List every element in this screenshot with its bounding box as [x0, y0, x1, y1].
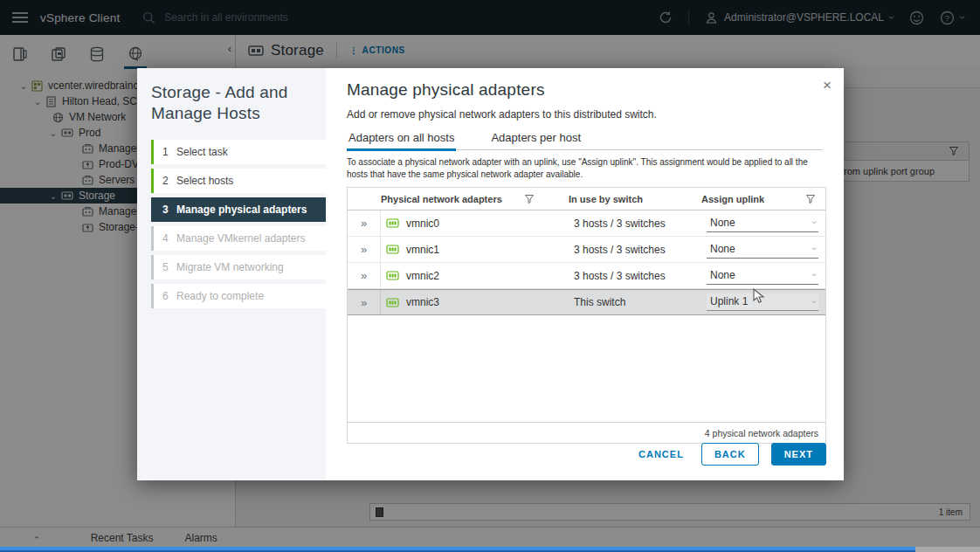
chevron-down-icon: ›	[811, 300, 820, 303]
wizard-step-manage-physical-adapters[interactable]: 3 Manage physical adapters	[151, 197, 326, 222]
column-in-use-by-switch: In use by switch	[569, 194, 643, 204]
in-use-value: 3 hosts / 3 switches	[569, 217, 701, 230]
wizard-step-manage-vmkernel-adapters: 4 Manage VMkernel adapters	[151, 226, 326, 251]
table-row-vmnic2[interactable]: » vmnic2 3 hosts / 3 switches None ›	[348, 263, 825, 289]
horizontal-scrollbar	[0, 547, 980, 552]
nic-icon	[386, 271, 399, 280]
uplink-value: None	[710, 243, 735, 255]
expand-row-icon[interactable]: »	[348, 237, 381, 262]
wizard-content: × Manage physical adapters Add or remove…	[326, 68, 844, 480]
step-label: Manage physical adapters	[176, 204, 307, 216]
in-use-value: 3 hosts / 3 switches	[569, 244, 701, 256]
scrollbar-thumb[interactable]	[0, 547, 915, 552]
in-use-value: This switch	[569, 296, 701, 308]
adapter-tabs: Adapters on all hosts Adapters per host	[347, 131, 823, 150]
wizard-step-ready-to-complete: 6 Ready to complete	[151, 284, 326, 308]
dialog-buttons: CANCEL BACK NEXT	[633, 443, 826, 466]
wizard-step-select-hosts[interactable]: 2 Select hosts	[151, 169, 326, 193]
table-row-vmnic0[interactable]: » vmnic0 3 hosts / 3 switches None ›	[348, 210, 825, 237]
wizard-step-select-task[interactable]: 1 Select task	[151, 140, 326, 164]
nic-icon	[386, 245, 399, 254]
back-button[interactable]: BACK	[701, 443, 759, 466]
chevron-down-icon: ›	[811, 221, 820, 224]
adapter-name: vmnic2	[406, 270, 439, 282]
filter-icon[interactable]	[806, 195, 815, 204]
wizard-title: Storage - Add and Manage Hosts	[151, 82, 326, 124]
wizard-step-migrate-vm-networking: 5 Migrate VM networking	[151, 255, 326, 279]
nic-icon	[386, 218, 399, 228]
adapter-name: vmnic0	[406, 217, 439, 230]
step-label: Manage VMkernel adapters	[176, 232, 305, 245]
screen: vSphere Client Search in all environment…	[0, 0, 980, 552]
assign-uplink-dropdown[interactable]: None ›	[707, 215, 818, 232]
uplink-value: Uplink 1	[710, 295, 748, 307]
add-and-manage-hosts-dialog: Storage - Add and Manage Hosts 1 Select …	[137, 68, 844, 480]
step-label: Ready to complete	[176, 290, 264, 302]
assign-uplink-dropdown[interactable]: None ›	[707, 241, 818, 259]
chevron-down-icon: ›	[811, 247, 820, 251]
table-footer: 4 physical network adapters	[348, 422, 825, 443]
adapter-name: vmnic3	[406, 296, 439, 308]
table-header-row: Physical network adapters In use by swit…	[348, 188, 825, 210]
uplink-value: None	[710, 217, 735, 229]
tab-adapters-on-all-hosts[interactable]: Adapters on all hosts	[347, 131, 456, 149]
tab-adapters-per-host[interactable]: Adapters per host	[489, 131, 583, 149]
in-use-value: 3 hosts / 3 switches	[569, 270, 701, 282]
expand-row-icon[interactable]: »	[348, 290, 381, 314]
assign-uplink-dropdown[interactable]: None ›	[707, 267, 818, 285]
step-label: Select task	[176, 146, 228, 158]
column-assign-uplink: Assign uplink	[701, 194, 764, 204]
adapter-name: vmnic1	[406, 244, 439, 256]
expand-row-icon[interactable]: »	[348, 263, 381, 288]
table-row-vmnic3[interactable]: » vmnic3 This switch Uplink 1 ›	[348, 289, 825, 315]
next-button[interactable]: NEXT	[771, 443, 826, 466]
column-physical-network-adapters: Physical network adapters	[381, 194, 502, 204]
step-label: Select hosts	[176, 175, 233, 187]
physical-adapters-table: Physical network adapters In use by swit…	[347, 187, 826, 444]
step-page-title: Manage physical adapters	[347, 80, 826, 100]
filter-icon[interactable]	[525, 195, 534, 204]
wizard-step-panel: Storage - Add and Manage Hosts 1 Select …	[137, 68, 326, 480]
assign-uplink-dropdown[interactable]: Uplink 1 ›	[707, 293, 818, 311]
assign-uplink-note: To associate a physical network adapter …	[347, 156, 823, 180]
nic-icon	[386, 298, 399, 307]
uplink-value: None	[710, 269, 735, 281]
expand-row-icon[interactable]: »	[348, 210, 381, 236]
close-icon[interactable]: ×	[823, 77, 832, 94]
adapter-count: 4 physical network adapters	[705, 428, 818, 438]
chevron-down-icon: ›	[811, 273, 820, 277]
table-row-vmnic1[interactable]: » vmnic1 3 hosts / 3 switches None ›	[348, 237, 825, 263]
step-page-subtitle: Add or remove physical network adapters …	[347, 108, 826, 121]
step-label: Migrate VM networking	[176, 261, 284, 273]
cancel-button[interactable]: CANCEL	[633, 443, 689, 466]
